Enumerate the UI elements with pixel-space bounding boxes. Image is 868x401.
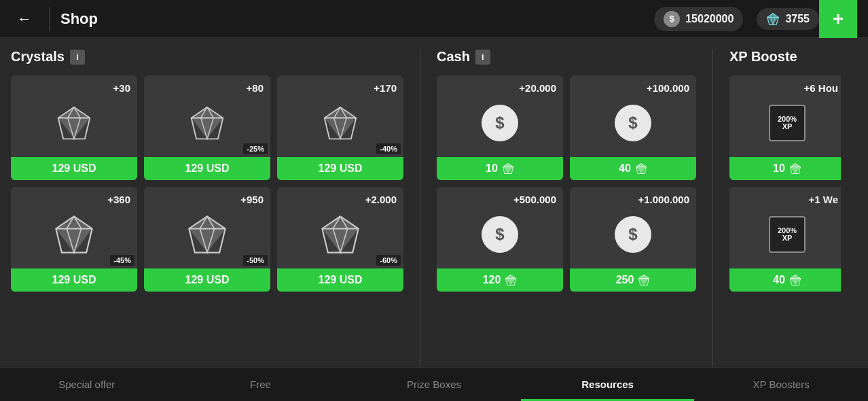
cash-card-20000-icon: $	[444, 94, 556, 152]
cash-card-20000[interactable]: +20.000 $ 10	[437, 75, 563, 180]
crystal-card-30-price[interactable]: 129 USD	[11, 157, 137, 180]
crystals-section: Crystals i +30	[0, 49, 414, 367]
cash-card-1000000-icon: $	[577, 205, 689, 263]
cash-card-100000[interactable]: +100.000 $ 40	[570, 75, 696, 180]
xp-card-1w[interactable]: +1 We 200%XP 40	[729, 187, 841, 292]
add-currency-button[interactable]: +	[819, 0, 857, 38]
tab-xp-boosters[interactable]: XP Boosters	[694, 368, 868, 401]
diamond-icon-xp2	[789, 274, 801, 286]
xp-card-6h-icon: 200%XP	[736, 94, 838, 152]
cash-card-100000-price[interactable]: 40	[570, 157, 696, 180]
xp-card-1w-top: +1 We 200%XP	[729, 187, 841, 268]
page-title: Shop	[60, 10, 654, 28]
crystal-card-2000-amount: +2.000	[284, 194, 397, 205]
crystal-card-80[interactable]: +80 -25% 129 USD	[144, 75, 270, 180]
cash-card-100000-amount: +100.000	[577, 82, 689, 94]
xp-section-header: XP Booste	[729, 49, 830, 65]
diamond-svg-30	[55, 104, 93, 142]
xp-card-1w-amount: +1 We	[736, 194, 838, 205]
crystal-card-170-price[interactable]: 129 USD	[277, 157, 403, 180]
main-content: Crystals i +30	[0, 38, 868, 367]
xp-card-6h[interactable]: +6 Hou 200%XP 10	[729, 75, 841, 180]
svg-marker-13	[322, 216, 358, 252]
cash-info-icon[interactable]: i	[475, 50, 490, 65]
shop-scroll-area[interactable]: Crystals i +30	[0, 49, 868, 367]
svg-marker-9	[56, 216, 92, 252]
tab-special-offer[interactable]: Special offer	[0, 368, 174, 401]
svg-marker-3	[58, 107, 90, 139]
cash-dollar-icon-1000000: $	[615, 216, 651, 253]
crystals-grid-row1: +30 129 USD	[11, 75, 403, 180]
crystal-card-360-top: +360 -45%	[11, 187, 137, 268]
crystal-card-30-amount: +30	[18, 82, 130, 94]
cash-card-500000-amount: +500.000	[444, 194, 556, 205]
cash-card-500000[interactable]: +500.000 $ 120	[437, 187, 563, 292]
cash-card-500000-price[interactable]: 120	[437, 268, 563, 292]
cash-card-100000-top: +100.000 $	[570, 75, 696, 157]
discount-badge-80: -25%	[243, 143, 268, 154]
discount-badge-360: -45%	[110, 255, 134, 266]
svg-marker-11	[189, 216, 225, 252]
svg-marker-5	[192, 107, 223, 139]
crystal-card-170-top: +170 -40%	[277, 75, 403, 157]
svg-marker-7	[325, 107, 357, 139]
diamond-icon-xp1	[789, 162, 801, 175]
crystal-card-2000-top: +2.000 -60%	[277, 187, 403, 268]
crystals-grid-row2: +360 -45% 129 USD	[11, 187, 403, 292]
crystal-card-30-icon	[18, 94, 130, 152]
tab-free[interactable]: Free	[174, 368, 348, 401]
diamond-icon-header	[766, 12, 780, 26]
diamond-svg-2000	[319, 213, 362, 256]
crystal-card-170-amount: +170	[284, 82, 397, 94]
header: ← Shop $ 15020000 3755 +	[0, 0, 868, 38]
cash-card-500000-top: +500.000 $	[437, 187, 563, 268]
crystal-card-170[interactable]: +170 -40% 129 USD	[277, 75, 403, 180]
diamond-svg-950	[185, 213, 229, 256]
cash-card-20000-top: +20.000 $	[437, 75, 563, 157]
xp-card-1w-icon: 200%XP	[736, 205, 838, 263]
crystal-card-2000-price[interactable]: 129 USD	[277, 268, 403, 292]
header-divider	[49, 7, 50, 31]
cash-balance: $ 15020000	[654, 7, 743, 31]
cash-grid-row1: +20.000 $ 10	[437, 75, 696, 180]
crystal-card-950-price[interactable]: 129 USD	[144, 268, 270, 292]
tab-prize-boxes[interactable]: Prize Boxes	[347, 368, 521, 401]
currency-area: $ 15020000 3755	[654, 7, 819, 31]
cash-dollar-icon-500000: $	[482, 216, 518, 253]
cash-section-header: Cash i	[437, 49, 696, 65]
crystal-balance: 3755	[757, 8, 819, 30]
crystal-card-360-amount: +360	[18, 194, 130, 205]
section-separator-2	[712, 49, 713, 367]
cash-section: Cash i +20.000 $ 10	[426, 49, 707, 367]
xp-card-6h-price[interactable]: 10	[729, 157, 841, 180]
xp-title: XP Booste	[729, 49, 797, 65]
crystal-card-80-price[interactable]: 129 USD	[144, 157, 270, 180]
cash-dollar-icon-100000: $	[615, 105, 651, 141]
crystal-card-80-top: +80 -25%	[144, 75, 270, 157]
crystals-section-header: Crystals i	[11, 49, 403, 65]
xp-card-1w-price[interactable]: 40	[729, 268, 841, 292]
diamond-icon-price-3	[505, 274, 517, 286]
cash-card-20000-price[interactable]: 10	[437, 157, 563, 180]
xp-badge-6h: 200%XP	[769, 105, 806, 141]
cash-card-500000-icon: $	[444, 205, 556, 263]
diamond-icon-price	[502, 162, 514, 175]
tab-resources[interactable]: Resources	[521, 368, 695, 401]
crystal-card-360-price[interactable]: 129 USD	[11, 268, 137, 292]
cash-dollar-icon-20000: $	[482, 105, 518, 141]
crystal-card-360[interactable]: +360 -45% 129 USD	[11, 187, 137, 292]
back-button[interactable]: ←	[11, 5, 38, 33]
discount-badge-950: -50%	[243, 255, 268, 266]
crystals-title: Crystals	[11, 49, 65, 65]
crystal-card-30[interactable]: +30 129 USD	[11, 75, 137, 180]
crystal-card-2000[interactable]: +2.000 -60% 129 USD	[277, 187, 403, 292]
discount-badge-2000: -60%	[376, 255, 401, 266]
crystal-card-950[interactable]: +950 -50% 129 USD	[144, 187, 270, 292]
cash-title: Cash	[437, 49, 470, 65]
cash-card-1000000[interactable]: +1.000.000 $ 250	[570, 187, 696, 292]
cash-card-1000000-price[interactable]: 250	[570, 268, 696, 292]
xp-card-6h-amount: +6 Hou	[736, 82, 838, 94]
crystal-card-30-top: +30	[11, 75, 137, 157]
crystals-info-icon[interactable]: i	[70, 50, 85, 65]
xp-badge-1w: 200%XP	[769, 216, 806, 253]
